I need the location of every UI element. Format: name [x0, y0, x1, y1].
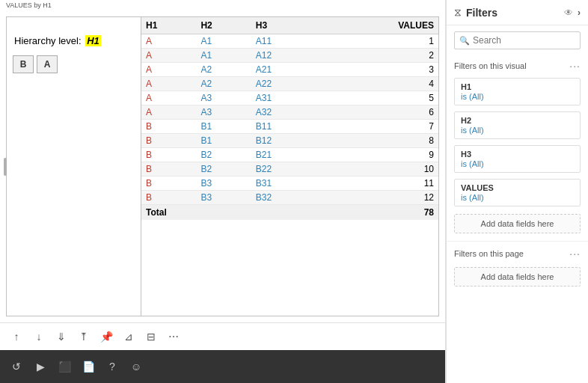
reset-icon[interactable]: ↺: [6, 356, 27, 377]
add-data-page-btn[interactable]: Add data fields here: [454, 267, 581, 287]
pin-icon[interactable]: 📌: [96, 326, 117, 347]
cell-h1: A: [141, 77, 196, 91]
table-header-row: H1 H2 H3 VALUES: [141, 17, 438, 34]
filter-card-h2[interactable]: H2 is (All): [454, 111, 581, 139]
cell-val: 5: [318, 91, 438, 105]
cell-val: 12: [318, 191, 438, 205]
drill-expand-icon[interactable]: ⤒: [73, 326, 94, 347]
expand-visual-icon[interactable]: ⊟: [141, 326, 162, 347]
hierarchy-prefix: Hierarchy level:: [13, 35, 85, 46]
cell-h3: A31: [251, 91, 319, 105]
cell-val: 4: [318, 77, 438, 91]
cell-h3: A21: [251, 63, 319, 77]
drill-down-all-icon[interactable]: ⇓: [51, 326, 72, 347]
col-h3: H3: [251, 17, 319, 34]
drill-down-icon[interactable]: ↓: [28, 326, 49, 347]
filters-header: ⧖ Filters 👁 ›: [447, 0, 588, 25]
resize-handle-left[interactable]: [4, 158, 7, 176]
add-data-visual-btn[interactable]: Add data fields here: [454, 214, 581, 233]
drill-up-icon[interactable]: ↑: [6, 326, 27, 347]
drill-btn-b[interactable]: B: [13, 55, 34, 73]
table-footer-row: Total 78: [141, 205, 438, 221]
cell-h1: A: [141, 34, 196, 49]
cell-h3: A32: [251, 105, 319, 120]
cell-h2: A1: [196, 34, 251, 49]
cell-h3: A12: [251, 49, 319, 63]
visual-top-label: VALUES by H1: [0, 0, 445, 10]
filter-values-value: is (All): [461, 193, 574, 202]
table-row: A A2 A21 3: [141, 63, 438, 77]
filters-page-section: Filters on this page ···: [447, 241, 588, 263]
search-input[interactable]: [473, 35, 575, 46]
play-icon[interactable]: ▶: [30, 356, 51, 377]
cell-h1: B: [141, 191, 196, 205]
filters-visual-section: Filters on this visual ···: [447, 55, 588, 75]
table-row: A A3 A31 5: [141, 91, 438, 105]
data-table: H1 H2 H3 VALUES A A1 A11 1 A A1 A12 2 A …: [141, 17, 438, 220]
col-h1: H1: [141, 17, 196, 34]
filter-drill-icon[interactable]: ⊿: [118, 326, 139, 347]
filters-expand-icon[interactable]: ›: [578, 7, 581, 18]
filters-page-dots[interactable]: ···: [569, 248, 581, 260]
cell-h2: B1: [196, 120, 251, 134]
cell-val: 8: [318, 134, 438, 148]
cell-h1: A: [141, 63, 196, 77]
hierarchy-level: Hierarchy level: H1: [13, 35, 135, 46]
filter-card-h3[interactable]: H3 is (All): [454, 145, 581, 173]
focus-icon[interactable]: ⬛: [54, 356, 75, 377]
table-row: B B1 B11 7: [141, 120, 438, 134]
filters-title: Filters: [466, 7, 560, 19]
cell-h1: B: [141, 148, 196, 162]
filter-values-title: VALUES: [461, 183, 574, 192]
filters-visual-dots[interactable]: ···: [569, 60, 581, 72]
main-toolbar: ↺ ▶ ⬛ 📄 ? ☺: [0, 350, 445, 383]
emoji-icon[interactable]: ☺: [126, 356, 147, 377]
main-area: VALUES by H1 Hierarchy level: H1 B A H1: [0, 0, 446, 383]
more-options-drill-icon[interactable]: ⋯: [163, 326, 184, 347]
cell-h2: B3: [196, 191, 251, 205]
filters-page-label: Filters on this page: [454, 249, 524, 258]
export-icon[interactable]: 📄: [78, 356, 99, 377]
cell-h2: A3: [196, 105, 251, 120]
filters-panel: ⧖ Filters 👁 › 🔍 Filters on this visual ·…: [446, 0, 588, 383]
cell-val: 6: [318, 105, 438, 120]
cell-h3: A11: [251, 34, 319, 49]
hierarchy-value: H1: [85, 35, 101, 46]
help-icon[interactable]: ?: [102, 356, 123, 377]
search-box: 🔍: [454, 31, 581, 49]
cell-h2: A2: [196, 77, 251, 91]
cell-val: 11: [318, 177, 438, 191]
cell-h2: B3: [196, 177, 251, 191]
cell-val: 3: [318, 63, 438, 77]
filter-h1-title: H1: [461, 82, 574, 91]
table-row: B B1 B12 8: [141, 134, 438, 148]
drill-buttons: B A: [13, 55, 135, 73]
cell-val: 7: [318, 120, 438, 134]
filter-card-values[interactable]: VALUES is (All): [454, 179, 581, 206]
filter-card-h1[interactable]: H1 is (All): [454, 78, 581, 105]
visual-container: Hierarchy level: H1 B A H1 H2 H3 VALUES: [0, 10, 445, 322]
cell-h3: B31: [251, 177, 319, 191]
cell-h3: B22: [251, 162, 319, 177]
col-h2: H2: [196, 17, 251, 34]
cell-h1: A: [141, 49, 196, 63]
col-values: VALUES: [318, 17, 438, 34]
table-row: A A1 A12 2: [141, 49, 438, 63]
total-value: 78: [318, 205, 438, 221]
drill-toolbar: ↑ ↓ ⇓ ⤒ 📌 ⊿ ⊟ ⋯: [0, 322, 445, 350]
search-icon: 🔍: [459, 36, 470, 46]
drill-btn-a[interactable]: A: [37, 55, 58, 73]
cell-h1: B: [141, 120, 196, 134]
table-row: A A1 A11 1: [141, 34, 438, 49]
filter-h3-value: is (All): [461, 159, 574, 168]
cell-h3: B11: [251, 120, 319, 134]
cell-h2: A2: [196, 63, 251, 77]
table-row: B B3 B31 11: [141, 177, 438, 191]
table-row: B B2 B21 9: [141, 148, 438, 162]
cell-h3: B12: [251, 134, 319, 148]
cell-h3: A22: [251, 77, 319, 91]
filters-eye-icon[interactable]: 👁: [564, 7, 573, 18]
cell-h1: B: [141, 177, 196, 191]
table-row: B B3 B32 12: [141, 191, 438, 205]
table-area: H1 H2 H3 VALUES A A1 A11 1 A A1 A12 2 A …: [141, 16, 439, 316]
